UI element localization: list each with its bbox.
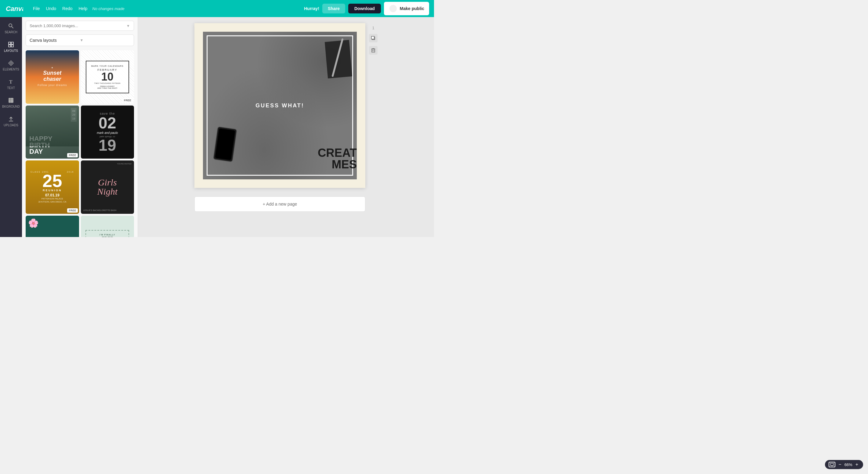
add-page-button[interactable]: + Add a new page — [194, 196, 365, 212]
svg-point-8 — [10, 62, 12, 64]
book-prop — [325, 40, 352, 79]
savedate-save: save the — [100, 112, 115, 115]
free-badge-feb: FREE — [122, 98, 133, 102]
savedate-num: 02 — [99, 116, 116, 130]
canvas-background-image: GUESS WHAT! CREATMES — [203, 32, 357, 179]
top-right-actions: Hurray! Share Download Make public — [304, 2, 429, 15]
reunion-venue: PATTERSON PALACE18 KITSON, SAN DIEGO, CA — [38, 197, 66, 203]
canva-logo[interactable]: Canva — [5, 4, 23, 13]
feb-names: DIMAH & RANDYARE TYING THE KNOT! — [91, 86, 124, 89]
share-button[interactable]: Share — [322, 4, 345, 13]
svg-text:T: T — [9, 79, 12, 84]
svg-rect-3 — [8, 42, 11, 44]
template-feb-10[interactable]: MARK YOUR CALENDARS FEBRUARY 10 TWO THOU… — [81, 50, 134, 104]
sidebar-item-layouts[interactable]: LAYOUTS — [2, 38, 20, 56]
sunset-title: Sunsetchaser — [43, 70, 61, 82]
download-button[interactable]: Download — [348, 4, 381, 13]
svg-text:Canva: Canva — [6, 5, 23, 12]
template-finally-free[interactable]: I'M FINALLY FREE ✈ FIESTA! — [81, 216, 134, 237]
template-25-reunion[interactable]: CLASS 19912016 25 REUNION 07.01.19 PATTE… — [26, 161, 79, 214]
mark-calendars: MARK YOUR CALENDARS — [91, 65, 124, 67]
delete-page-button[interactable] — [369, 46, 377, 55]
template-tea-for-two[interactable]: teafor two 🌸 — [26, 216, 79, 237]
feb-day: 10 — [91, 71, 124, 82]
make-public-label: Make public — [400, 6, 424, 11]
template-birthday[interactable]: HAPPYBIRTHDAY 092919 FREE — [26, 105, 79, 159]
feb-year: TWO THOUSAND FIFTEEN — [91, 82, 124, 84]
svg-rect-10 — [8, 98, 13, 103]
search-dropdown-arrow[interactable]: ▼ — [126, 24, 130, 28]
svg-marker-7 — [8, 61, 13, 66]
girls-night-title: GirlsNight — [97, 178, 118, 196]
search-input[interactable] — [30, 24, 126, 28]
girls-night-details: YOU'RE INVITED — [117, 163, 131, 165]
svg-rect-16 — [372, 49, 375, 52]
reunion-num: 25 — [42, 173, 62, 189]
hurray-label: Hurray! — [304, 6, 319, 11]
uploads-icon — [8, 115, 14, 122]
canvas-inner: GUESS WHAT! CREATMES — [203, 32, 357, 179]
elements-label: ELEMENTS — [3, 68, 19, 71]
decorative-dot — [52, 67, 53, 68]
nav-links: File Undo Redo Help No changes made — [31, 5, 125, 12]
dropdown-arrow-icon: ▼ — [80, 38, 130, 42]
sidebar-item-search[interactable]: SEARCH — [2, 20, 20, 37]
reunion-label: REUNION — [43, 189, 62, 192]
template-save-date[interactable]: save the 02 mark and paulo palm springs,… — [81, 105, 134, 159]
sidebar-item-text[interactable]: T TEXT — [2, 75, 20, 93]
template-grid: Sunsetchaser Follow your dreams MARK YOU… — [26, 50, 134, 237]
help-menu[interactable]: Help — [76, 5, 90, 12]
copy-page-button[interactable] — [369, 34, 377, 42]
uploads-label: UPLOADS — [4, 124, 18, 127]
layouts-label: LAYOUTS — [4, 49, 18, 53]
free-badge-bday: FREE — [67, 153, 78, 158]
search-bar[interactable]: ▼ — [26, 21, 134, 31]
redo-button[interactable]: Redo — [60, 5, 75, 12]
template-girls-night[interactable]: GirlsNight YOU'RE INVITED LESLIE'S BACHE… — [81, 161, 134, 214]
avatar — [389, 4, 397, 13]
tea-flower-decoration: 🌸 — [28, 218, 39, 228]
reunion-class-year: CLASS 19912016 — [28, 171, 76, 173]
free-badge-reunion: FREE — [67, 208, 78, 213]
make-public-button[interactable]: Make public — [384, 2, 429, 15]
sidebar-item-elements[interactable]: ELEMENTS — [2, 57, 20, 74]
icon-sidebar: SEARCH LAYOUTS ELEMENTS — [0, 17, 22, 237]
elements-icon — [8, 60, 14, 67]
canvas-create-text: CREATMES — [318, 147, 357, 170]
background-icon — [8, 97, 14, 104]
savedate-location: palm springs, co — [99, 135, 115, 138]
svg-rect-5 — [8, 45, 11, 47]
savedate-day: 19 — [99, 138, 116, 153]
savedate-names: mark and paulo — [97, 131, 118, 135]
svg-line-2 — [11, 27, 13, 28]
top-navigation: Canva File Undo Redo Help No changes mad… — [0, 0, 434, 17]
layouts-panel: ▼ Canva layouts ▼ Sunsetchaser Follow yo… — [22, 17, 138, 237]
page-number: 1 — [369, 26, 377, 30]
right-side-controls: 1 — [369, 23, 377, 55]
layouts-dropdown[interactable]: Canva layouts ▼ — [26, 34, 134, 46]
search-icon — [8, 23, 14, 29]
canvas-area: GUESS WHAT! CREATMES + Add a new page 1 — [138, 17, 434, 237]
template-sunset-chaser[interactable]: Sunsetchaser Follow your dreams — [26, 50, 79, 104]
svg-rect-4 — [11, 42, 13, 44]
girls-night-sub: LESLIE'S BACHELORETTE BASH — [83, 209, 132, 211]
travel-pre: I'M FINALLY — [89, 234, 125, 236]
save-status: No changes made — [92, 6, 125, 11]
sunset-subtitle: Follow your dreams — [37, 83, 67, 87]
main-layout: SEARCH LAYOUTS ELEMENTS — [0, 17, 434, 237]
background-label: BKGROUND — [2, 105, 20, 108]
svg-rect-6 — [11, 45, 13, 47]
sidebar-item-uploads[interactable]: UPLOADS — [2, 112, 20, 130]
search-label: SEARCH — [5, 31, 18, 34]
canvas-page[interactable]: GUESS WHAT! CREATMES — [194, 23, 365, 188]
text-label: TEXT — [7, 86, 15, 90]
travel-free: FREE — [89, 236, 125, 237]
text-icon: T — [8, 78, 14, 85]
file-menu[interactable]: File — [31, 5, 42, 12]
layouts-icon — [8, 41, 14, 48]
svg-rect-15 — [371, 36, 374, 39]
undo-button[interactable]: Undo — [44, 5, 59, 12]
sidebar-item-background[interactable]: BKGROUND — [2, 94, 20, 111]
canvas-guess-text[interactable]: GUESS WHAT! — [255, 102, 304, 109]
reunion-date: 07.01.19 — [45, 193, 60, 197]
